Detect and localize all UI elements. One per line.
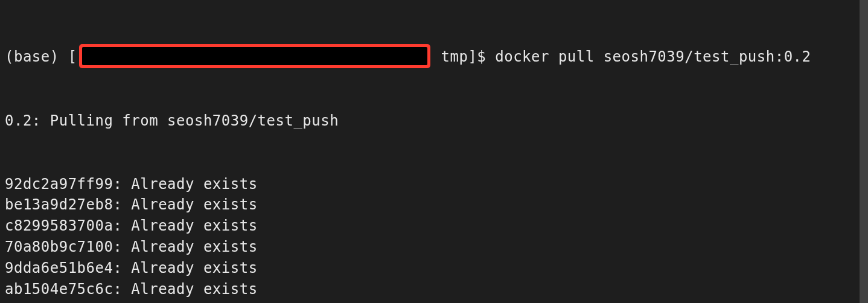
scrollbar-thumb[interactable]: [860, 0, 868, 303]
layer-line: fab3531bc049: Pull complete: [5, 299, 863, 303]
terminal-output[interactable]: (base) [ tmp]$ docker pull seosh7039/tes…: [5, 4, 863, 303]
prompt-prefix: (base) [: [5, 48, 77, 65]
layer-line: 70a80b9c7100: Already exists: [5, 237, 863, 258]
redacted-hostname: [80, 45, 430, 68]
scrollbar-track[interactable]: [860, 0, 868, 303]
prompt-line: (base) [ tmp]$ docker pull seosh7039/tes…: [5, 46, 863, 69]
layer-line: be13a9d27eb8: Already exists: [5, 194, 863, 215]
layer-line: 92dc2a97ff99: Already exists: [5, 174, 863, 195]
pulling-line: 0.2: Pulling from seosh7039/test_push: [5, 110, 863, 132]
command-text: docker pull seosh7039/test_push:0.2: [495, 48, 811, 65]
prompt-suffix: tmp]$: [432, 48, 496, 65]
layer-line: c8299583700a: Already exists: [5, 215, 863, 237]
layer-line: ab1504e75c6c: Already exists: [5, 279, 863, 300]
layer-line: 9dda6e51b6e4: Already exists: [5, 258, 863, 279]
